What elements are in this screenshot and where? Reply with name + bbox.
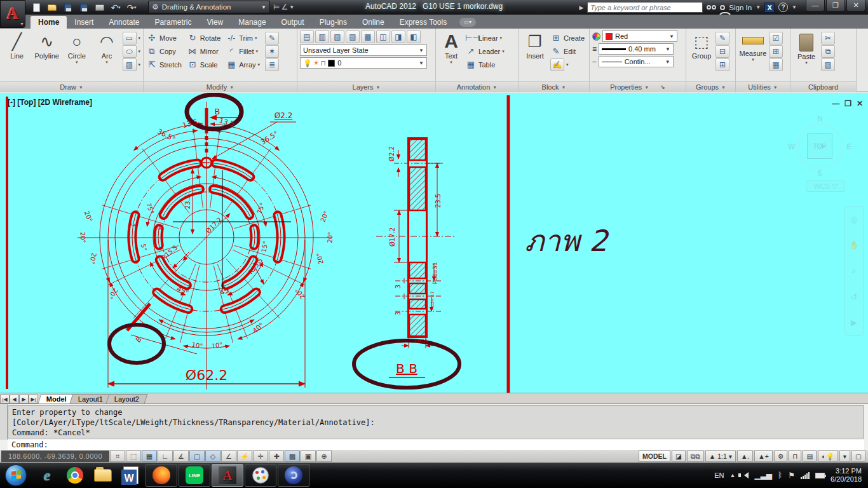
autoscale-button[interactable]: ▲+	[754, 451, 773, 462]
draw-panel-label[interactable]: Draw▼	[0, 81, 143, 92]
restore-button[interactable]: ❐	[826, 0, 845, 11]
taskbar-chrome[interactable]	[63, 464, 87, 486]
taskbar-paint[interactable]	[245, 464, 276, 487]
utilities-panel-label[interactable]: Utilities▼	[736, 81, 790, 92]
isolate-objects-button[interactable]: ◐💡	[818, 451, 837, 462]
insert-block-button[interactable]: ❐ Insert	[521, 30, 549, 81]
tab-online[interactable]: Online	[355, 16, 392, 29]
collapse-arrow-icon[interactable]: ▶	[579, 4, 583, 11]
hatch-button[interactable]: ▨	[123, 58, 137, 71]
polar-toggle[interactable]: ∡	[173, 451, 189, 462]
osnap-toggle[interactable]: ▢	[189, 451, 205, 462]
properties-panel-label[interactable]: Properties▼⇘	[590, 81, 686, 92]
cut-button[interactable]: ✂	[821, 32, 835, 44]
explode-button[interactable]: ✶	[265, 45, 279, 58]
lineweight-dropdown[interactable]: 0.40 mm▼	[599, 43, 674, 55]
block-panel-label[interactable]: Block▼	[519, 81, 589, 92]
rectangle-button[interactable]: ▭	[123, 32, 137, 44]
match-properties-button[interactable]: ▨	[821, 58, 835, 71]
linear-dim-button[interactable]: ⊢⊣Linear▾	[465, 32, 505, 44]
viewcube[interactable]: N S W E TOP	[789, 116, 850, 177]
steering-wheel-icon[interactable]: ◎	[850, 215, 857, 224]
offset-button[interactable]: ≣	[265, 58, 279, 71]
layer-freeze-button[interactable]: ▩	[361, 30, 375, 43]
group-select-button[interactable]: ⊞	[715, 58, 729, 71]
quick-calc-button[interactable]: ⊞	[769, 45, 783, 58]
ortho-toggle[interactable]: ∟	[158, 451, 173, 462]
help-chevron-icon[interactable]: ▼	[792, 4, 797, 10]
viewcube-west[interactable]: W	[788, 142, 795, 151]
redo-button[interactable]: ↷▾	[125, 1, 139, 13]
viewcube-east[interactable]: E	[846, 142, 851, 151]
stretch-button[interactable]: ⇱Stretch	[146, 58, 182, 71]
tab-layout2[interactable]: Layout2	[106, 394, 148, 403]
tab-parametric[interactable]: Parametric	[147, 16, 199, 29]
layer-off-button[interactable]: ◨	[391, 30, 405, 43]
rotate-button[interactable]: ↻Rotate	[187, 32, 220, 44]
linetype-dropdown[interactable]: Contin...▼	[599, 56, 674, 67]
layers-panel-label[interactable]: Layers▼	[297, 81, 435, 92]
help-icon[interactable]: ?	[778, 3, 788, 12]
dwg-minimize-button[interactable]: —	[832, 99, 839, 108]
transparency-toggle[interactable]: ✚	[269, 451, 284, 462]
edit-attribute-button[interactable]: ✍	[550, 58, 564, 71]
grid-toggle[interactable]: ▦	[142, 451, 157, 462]
drawing-quickview-button[interactable]: ⧉⧉	[687, 451, 704, 462]
viewport-label[interactable]: [-] [Top] [2D Wireframe]	[8, 98, 92, 107]
showmotion-icon[interactable]: ▶	[851, 318, 857, 327]
taskbar-line[interactable]: LINE	[179, 464, 210, 487]
network-icon[interactable]	[801, 472, 810, 479]
tab-plugins[interactable]: Plug-ins	[312, 16, 355, 29]
workspace-switch-button[interactable]: ⚙	[774, 451, 787, 462]
circle-button[interactable]: ○Circle▾	[62, 30, 91, 81]
bluetooth-icon[interactable]: ᛒ	[778, 471, 782, 480]
ribbon-minimize-button[interactable]: ▭▾	[459, 18, 476, 27]
layer-on-button[interactable]: ◧	[407, 30, 421, 43]
copy-button[interactable]: ⧉Copy	[146, 45, 182, 58]
navigation-bar[interactable]: ◎ ✋ ⌕ ↺ ▶	[844, 206, 864, 336]
tray-expand-icon[interactable]: ▲	[729, 472, 735, 478]
prev-tab-button[interactable]: ◀	[10, 395, 19, 403]
mirror-button[interactable]: ⋈Mirror	[187, 45, 220, 58]
close-button[interactable]: ✕	[846, 0, 865, 11]
sign-in-chevron-icon[interactable]: ▼	[756, 4, 761, 10]
next-tab-button[interactable]: ▶	[19, 395, 29, 403]
erase-button[interactable]: ✎	[265, 32, 279, 44]
osnap3d-toggle[interactable]: ◇	[205, 451, 220, 462]
pan-icon[interactable]: ✋	[849, 240, 859, 250]
model-space-button[interactable]: MODEL	[639, 451, 670, 462]
tab-manage[interactable]: Manage	[231, 16, 273, 29]
scale-button[interactable]: ⊡Scale	[187, 58, 220, 71]
group-edit-button[interactable]: ✎	[715, 32, 729, 44]
layer-lock-button[interactable]: ◫	[376, 30, 390, 43]
line-button[interactable]: ╱Line	[3, 30, 31, 81]
taskbar-word[interactable]	[119, 464, 143, 486]
wcs-dropdown[interactable]: WCS ▽	[806, 180, 845, 192]
tab-express-tools[interactable]: Express Tools	[392, 16, 454, 29]
object-color-dropdown[interactable]: Red▼	[602, 30, 677, 42]
copy-clip-button[interactable]: ⧉	[821, 45, 835, 58]
text-button[interactable]: A Text▾	[438, 30, 464, 81]
quick-select-button[interactable]: ☑	[769, 32, 783, 44]
search-input[interactable]	[587, 2, 703, 13]
dwg-restore-button[interactable]: ❐	[844, 99, 851, 108]
hatch-chevron-icon[interactable]: ▾	[139, 62, 141, 67]
tab-view[interactable]: View	[199, 16, 231, 29]
grid-display-toggle[interactable]: ⬚	[126, 451, 141, 462]
annotation-panel-label[interactable]: Annotation▼	[436, 81, 518, 92]
move-button[interactable]: ✣Move	[146, 32, 182, 44]
save-button[interactable]	[61, 1, 75, 13]
dynamic-input-toggle[interactable]: ⚡	[237, 451, 252, 462]
zoom-icon[interactable]: ⌕	[851, 266, 856, 276]
toolbar-lock-button[interactable]: ⊓	[789, 451, 801, 462]
snap-toggle[interactable]: ⌗	[110, 451, 125, 462]
search-icon[interactable]	[707, 5, 716, 10]
open-button[interactable]	[45, 1, 59, 13]
paste-button[interactable]: Paste▾	[793, 30, 820, 81]
qat-extra[interactable]: ⊨∠▼	[273, 1, 294, 13]
tab-output[interactable]: Output	[274, 16, 312, 29]
minimize-button[interactable]: —	[806, 0, 825, 11]
layer-properties-button[interactable]: ▤	[300, 30, 314, 43]
quick-properties-toggle[interactable]: ▩	[285, 451, 300, 462]
polyline-button[interactable]: ∿Polyline	[32, 30, 61, 81]
